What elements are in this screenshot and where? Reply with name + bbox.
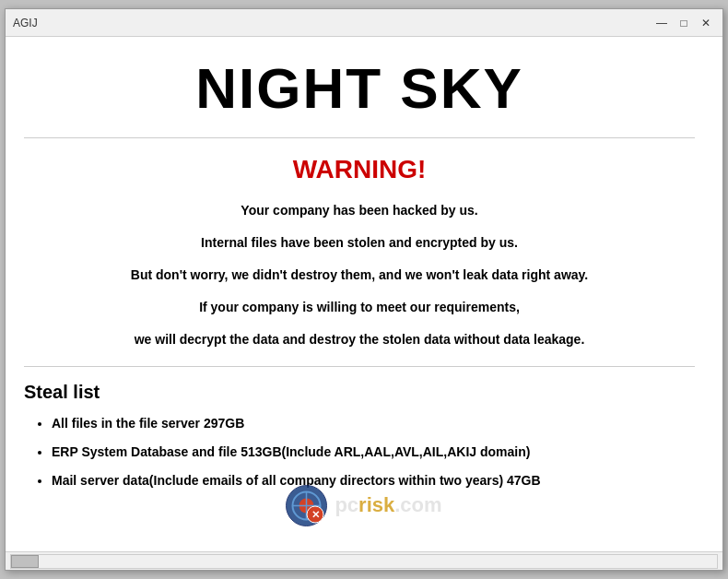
horizontal-scrollbar[interactable] [10, 554, 718, 569]
scroll-area[interactable]: NIGHT SKY WARNING! Your company has been… [6, 37, 722, 551]
divider-1 [24, 137, 695, 138]
window-title: AGIJ [13, 17, 38, 30]
message-block: Your company has been hacked by us. Inte… [24, 201, 695, 349]
maximize-button[interactable]: □ [675, 14, 693, 32]
message-2: Internal files have been stolen and encr… [24, 233, 695, 253]
close-button[interactable]: ✕ [697, 14, 715, 32]
minimize-button[interactable]: — [652, 14, 671, 32]
steal-item-1: All files in the file server 297GB [52, 414, 695, 433]
steal-item-2: ERP System Database and file 513GB(Inclu… [52, 443, 695, 462]
application-window: AGIJ — □ ✕ NIGHT SKY WARNING! Your compa… [5, 8, 723, 571]
main-title: NIGHT SKY [24, 55, 695, 121]
message-3: But don't worry, we didn't destroy them,… [24, 266, 695, 285]
warning-heading: WARNING! [24, 155, 695, 184]
message-4: If your company is willing to meet our r… [24, 298, 695, 317]
steal-list: All files in the file server 297GB ERP S… [24, 414, 695, 490]
scrollbar-thumb[interactable] [11, 555, 39, 568]
window-controls: — □ ✕ [652, 14, 715, 32]
divider-2 [24, 366, 695, 367]
message-1: Your company has been hacked by us. [24, 201, 695, 220]
steal-list-title: Steal list [24, 382, 695, 403]
message-5: we will decrypt the data and destroy the… [24, 330, 695, 349]
title-bar: AGIJ — □ ✕ [6, 9, 722, 37]
content-wrapper: NIGHT SKY WARNING! Your company has been… [6, 37, 722, 551]
steal-item-3: Mail server data(Include emails of all c… [52, 471, 695, 490]
bottom-bar [6, 551, 722, 570]
